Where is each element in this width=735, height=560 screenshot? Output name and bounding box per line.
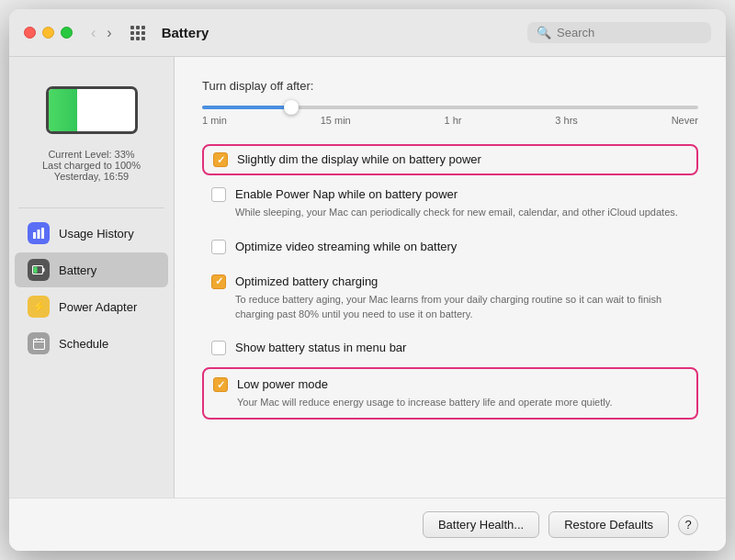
system-preferences-window: ‹ › Battery 🔍 Current [9, 9, 726, 551]
maximize-button[interactable] [61, 27, 73, 39]
sidebar-item-schedule[interactable]: Schedule [15, 326, 168, 361]
option-dim-display: Slightly dim the display while on batter… [202, 144, 698, 175]
low-power-description: Your Mac will reduce energy usage to inc… [237, 396, 687, 409]
sidebar-item-power-adapter[interactable]: ⚡ Power Adapter [15, 289, 168, 324]
optimized-charging-description: To reduce battery aging, your Mac learns… [235, 293, 689, 321]
slider-thumb[interactable] [284, 100, 299, 115]
main-content: Current Level: 33% Last charged to 100% … [9, 57, 726, 498]
minimize-button[interactable] [42, 27, 54, 39]
option-menu-bar: Show battery status in menu bar [202, 332, 698, 364]
low-power-text: Low power mode Your Mac will reduce ener… [237, 376, 687, 410]
low-power-checkbox-area [213, 377, 228, 392]
window-title: Battery [162, 25, 516, 40]
usage-history-icon [28, 222, 50, 244]
menu-bar-checkbox[interactable] [211, 341, 226, 355]
option-low-power: Low power mode Your Mac will reduce ener… [202, 367, 698, 420]
search-box[interactable]: 🔍 [527, 22, 711, 43]
grid-icon[interactable] [130, 26, 145, 40]
back-button[interactable]: ‹ [87, 23, 99, 43]
current-level-label: Current Level: 33% [48, 149, 134, 160]
option-optimized-charging: Optimized battery charging To reduce bat… [202, 266, 698, 329]
sidebar-item-label-schedule: Schedule [59, 337, 108, 351]
optimized-charging-checkbox[interactable] [211, 274, 226, 289]
slider-label-never: Never [672, 115, 698, 126]
restore-defaults-button[interactable]: Restore Defaults [548, 511, 669, 538]
menu-bar-title: Show battery status in menu bar [235, 340, 689, 356]
slider-labels: 1 min 15 min 1 hr 3 hrs Never [202, 115, 698, 126]
nav-arrows: ‹ › [87, 23, 116, 43]
svg-rect-6 [33, 339, 44, 349]
menu-bar-text: Show battery status in menu bar [235, 340, 689, 356]
slider-track [202, 106, 698, 109]
slider-label-1hr: 1 hr [445, 115, 462, 126]
option-video-streaming: Optimize video streaming while on batter… [202, 231, 698, 263]
schedule-icon [28, 332, 50, 354]
video-streaming-checkbox[interactable] [211, 240, 226, 254]
power-nap-checkbox[interactable] [211, 187, 226, 202]
display-off-slider-section: 1 min 15 min 1 hr 3 hrs Never [202, 106, 698, 126]
video-streaming-title: Optimize video streaming while on batter… [235, 239, 689, 255]
video-streaming-text: Optimize video streaming while on batter… [235, 239, 689, 255]
sidebar-item-label-usage-history: Usage History [59, 227, 134, 241]
traffic-lights [24, 27, 73, 39]
sidebar: Current Level: 33% Last charged to 100% … [9, 57, 175, 498]
display-off-label: Turn display off after: [202, 79, 698, 93]
power-nap-checkbox-area [211, 187, 226, 202]
display-off-slider[interactable] [202, 106, 698, 109]
svg-rect-8 [40, 338, 42, 341]
search-icon: 🔍 [537, 26, 551, 39]
help-button[interactable]: ? [678, 515, 698, 535]
svg-rect-4 [43, 268, 45, 272]
optimized-charging-checkbox-area [211, 274, 226, 289]
sidebar-item-battery[interactable]: Battery [15, 252, 168, 287]
date-label: Yesterday, 16:59 [54, 171, 129, 182]
titlebar: ‹ › Battery 🔍 [9, 9, 726, 57]
sidebar-divider [18, 207, 164, 208]
right-panel: Turn display off after: 1 min 15 min 1 h… [175, 57, 726, 498]
search-input[interactable] [557, 26, 695, 39]
slider-fill [202, 106, 291, 109]
dim-display-checkbox-area [213, 152, 228, 167]
battery-fill [49, 89, 77, 131]
charged-label: Last charged to 100% [42, 160, 141, 171]
forward-button[interactable]: › [103, 23, 115, 43]
battery-sidebar-icon [28, 259, 50, 281]
svg-rect-7 [36, 338, 38, 341]
power-nap-text: Enable Power Nap while on battery power … [235, 186, 689, 220]
optimized-charging-text: Optimized battery charging To reduce bat… [235, 274, 689, 321]
low-power-title: Low power mode [237, 376, 687, 393]
menu-bar-checkbox-area [211, 341, 226, 355]
slider-label-1min: 1 min [202, 115, 227, 126]
option-power-nap: Enable Power Nap while on battery power … [202, 179, 698, 228]
dim-display-text: Slightly dim the display while on batter… [237, 151, 687, 168]
dim-display-checkbox[interactable] [213, 152, 228, 167]
svg-rect-1 [38, 230, 40, 239]
battery-icon [46, 86, 138, 134]
sidebar-item-label-power-adapter: Power Adapter [59, 300, 137, 314]
low-power-checkbox[interactable] [213, 377, 228, 392]
video-streaming-checkbox-area [211, 240, 226, 254]
battery-health-button[interactable]: Battery Health... [423, 511, 539, 538]
battery-visual: Current Level: 33% Last charged to 100% … [9, 72, 174, 200]
close-button[interactable] [24, 27, 36, 39]
sidebar-item-usage-history[interactable]: Usage History [15, 216, 168, 251]
slider-label-3hrs: 3 hrs [555, 115, 577, 126]
power-nap-title: Enable Power Nap while on battery power [235, 186, 689, 203]
bottom-bar: Battery Health... Restore Defaults ? [9, 498, 726, 551]
power-nap-description: While sleeping, your Mac can periodicall… [235, 206, 689, 219]
power-adapter-icon: ⚡ [28, 296, 50, 318]
dim-display-title: Slightly dim the display while on batter… [237, 151, 687, 168]
optimized-charging-title: Optimized battery charging [235, 274, 689, 290]
svg-rect-5 [34, 267, 38, 274]
sidebar-item-label-battery: Battery [59, 263, 96, 277]
svg-rect-2 [41, 228, 44, 239]
svg-rect-0 [33, 232, 36, 239]
slider-label-15min: 15 min [321, 115, 351, 126]
